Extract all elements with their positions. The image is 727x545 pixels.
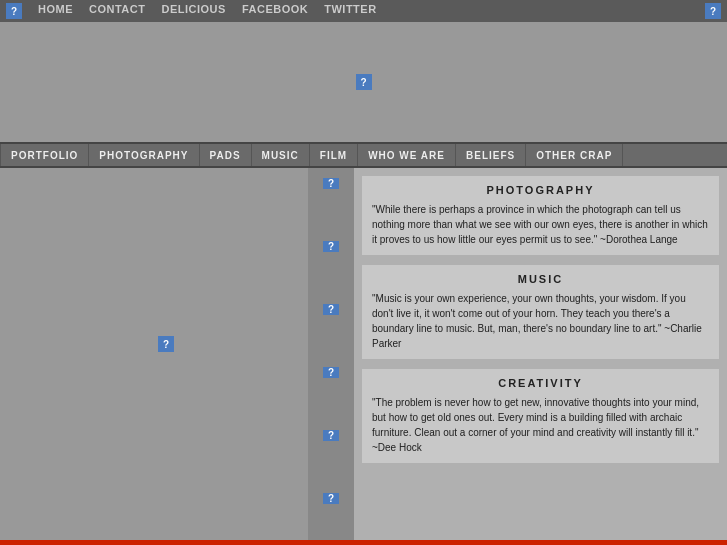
section-photography-text: "While there is perhaps a province in wh… xyxy=(372,202,709,247)
center-q-3[interactable]: ? xyxy=(323,304,339,315)
nav-delicious[interactable]: DELICIOUS xyxy=(161,3,225,19)
left-panel: ? xyxy=(0,168,308,540)
nav-facebook[interactable]: FACEBOOK xyxy=(242,3,308,19)
right-panel: PHOTOGRAPHY "While there is perhaps a pr… xyxy=(354,168,727,540)
nav-film[interactable]: FILM xyxy=(310,144,358,166)
nav-other-crap[interactable]: OTHER CRAP xyxy=(526,144,623,166)
center-q-1[interactable]: ? xyxy=(323,178,339,189)
left-panel-question[interactable]: ? xyxy=(158,336,174,352)
top-left-question[interactable]: ? xyxy=(6,3,22,19)
center-q-6[interactable]: ? xyxy=(323,493,339,504)
top-right-question[interactable]: ? xyxy=(705,3,721,19)
header-question[interactable]: ? xyxy=(356,74,372,90)
header: ? xyxy=(0,22,727,142)
section-music-text: "Music is your own experience, your own … xyxy=(372,291,709,351)
section-music: MUSIC "Music is your own experience, you… xyxy=(362,265,719,359)
section-creativity-text: "The problem is never how to get new, in… xyxy=(372,395,709,455)
nav-contact[interactable]: CONTACT xyxy=(89,3,145,19)
nav-photography[interactable]: PHOTOGRAPHY xyxy=(89,144,199,166)
center-q-4[interactable]: ? xyxy=(323,367,339,378)
nav-twitter[interactable]: TWITTER xyxy=(324,3,376,19)
nav-pads[interactable]: PADS xyxy=(200,144,252,166)
nav-home[interactable]: HOME xyxy=(38,3,73,19)
bottom-bar xyxy=(0,540,727,545)
nav-beliefs[interactable]: BELIEFS xyxy=(456,144,526,166)
section-photography: PHOTOGRAPHY "While there is perhaps a pr… xyxy=(362,176,719,255)
nav-who-we-are[interactable]: WHO WE ARE xyxy=(358,144,456,166)
section-creativity-title: CREATIVITY xyxy=(372,377,709,389)
section-photography-title: PHOTOGRAPHY xyxy=(372,184,709,196)
center-q-5[interactable]: ? xyxy=(323,430,339,441)
main-nav: PORTFOLIO PHOTOGRAPHY PADS MUSIC FILM WH… xyxy=(0,142,727,168)
center-q-2[interactable]: ? xyxy=(323,241,339,252)
top-nav: ? HOME CONTACT DELICIOUS FACEBOOK TWITTE… xyxy=(6,3,377,19)
top-bar: ? HOME CONTACT DELICIOUS FACEBOOK TWITTE… xyxy=(0,0,727,22)
content-area: ? ? ? ? ? ? ? PHOTOGRAPHY "While there i… xyxy=(0,168,727,540)
nav-portfolio[interactable]: PORTFOLIO xyxy=(0,144,89,166)
section-music-title: MUSIC xyxy=(372,273,709,285)
center-col: ? ? ? ? ? ? xyxy=(308,168,354,540)
nav-music[interactable]: MUSIC xyxy=(252,144,310,166)
section-creativity: CREATIVITY "The problem is never how to … xyxy=(362,369,719,463)
